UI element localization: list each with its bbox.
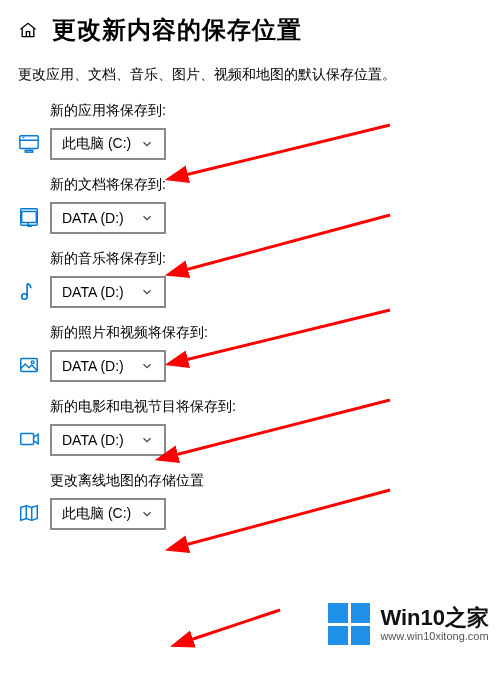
section-label: 新的电影和电视节目将保存到: bbox=[50, 398, 483, 416]
section-maps: 更改离线地图的存储位置 此电脑 (C:) bbox=[0, 468, 501, 542]
watermark-brand: Win10之家 bbox=[380, 606, 489, 630]
chevron-down-icon bbox=[140, 285, 154, 299]
documents-icon bbox=[18, 206, 40, 228]
section-apps: 新的应用将保存到: 此电脑 (C:) bbox=[0, 98, 501, 172]
svg-point-7 bbox=[22, 294, 28, 300]
page-title: 更改新内容的保存位置 bbox=[52, 14, 302, 46]
section-documents: 新的文档将保存到: DATA (D:) bbox=[0, 172, 501, 246]
svg-line-16 bbox=[190, 610, 280, 640]
selected-value: DATA (D:) bbox=[62, 284, 134, 300]
apps-icon bbox=[18, 132, 40, 154]
svg-rect-10 bbox=[21, 434, 34, 445]
movies-location-select[interactable]: DATA (D:) bbox=[50, 424, 166, 456]
selected-value: DATA (D:) bbox=[62, 358, 134, 374]
section-music: 新的音乐将保存到: DATA (D:) bbox=[0, 246, 501, 320]
section-label: 新的文档将保存到: bbox=[50, 176, 483, 194]
section-label: 新的应用将保存到: bbox=[50, 102, 483, 120]
watermark-url: www.win10xitong.com bbox=[380, 630, 489, 642]
selected-value: DATA (D:) bbox=[62, 432, 134, 448]
svg-rect-8 bbox=[21, 359, 38, 372]
watermark: Win10之家 www.win10xitong.com bbox=[328, 603, 489, 645]
chevron-down-icon bbox=[140, 433, 154, 447]
svg-rect-6 bbox=[22, 212, 37, 223]
page-subtitle: 更改应用、文档、音乐、图片、视频和地图的默认保存位置。 bbox=[0, 56, 501, 98]
chevron-down-icon bbox=[140, 137, 154, 151]
svg-point-9 bbox=[31, 361, 34, 364]
maps-icon bbox=[18, 502, 40, 524]
selected-value: 此电脑 (C:) bbox=[62, 135, 134, 153]
section-label: 更改离线地图的存储位置 bbox=[50, 472, 483, 490]
apps-location-select[interactable]: 此电脑 (C:) bbox=[50, 128, 166, 160]
windows-logo-icon bbox=[328, 603, 370, 645]
movies-icon bbox=[18, 428, 40, 450]
music-location-select[interactable]: DATA (D:) bbox=[50, 276, 166, 308]
music-icon bbox=[18, 280, 40, 302]
section-photos: 新的照片和视频将保存到: DATA (D:) bbox=[0, 320, 501, 394]
selected-value: DATA (D:) bbox=[62, 210, 134, 226]
maps-location-select[interactable]: 此电脑 (C:) bbox=[50, 498, 166, 530]
selected-value: 此电脑 (C:) bbox=[62, 505, 134, 523]
chevron-down-icon bbox=[140, 507, 154, 521]
documents-location-select[interactable]: DATA (D:) bbox=[50, 202, 166, 234]
svg-rect-1 bbox=[25, 150, 32, 152]
photos-icon bbox=[18, 354, 40, 376]
photos-location-select[interactable]: DATA (D:) bbox=[50, 350, 166, 382]
section-label: 新的照片和视频将保存到: bbox=[50, 324, 483, 342]
home-icon[interactable] bbox=[18, 20, 38, 40]
section-movies: 新的电影和电视节目将保存到: DATA (D:) bbox=[0, 394, 501, 468]
chevron-down-icon bbox=[140, 211, 154, 225]
section-label: 新的音乐将保存到: bbox=[50, 250, 483, 268]
chevron-down-icon bbox=[140, 359, 154, 373]
